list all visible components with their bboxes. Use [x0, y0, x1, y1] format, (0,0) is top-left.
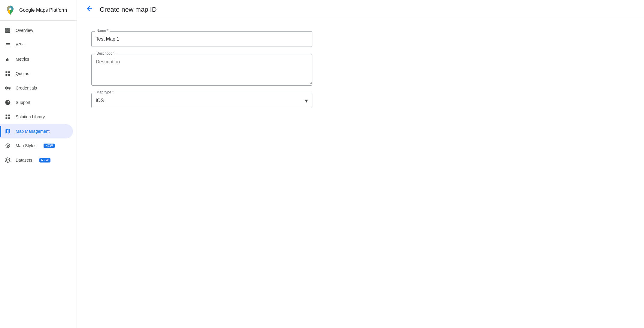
- sidebar-item-overview[interactable]: Overview: [0, 23, 73, 38]
- sidebar-item-apis[interactable]: APIs: [0, 38, 73, 52]
- support-icon: [5, 99, 11, 105]
- sidebar-item-label-solution-library: Solution Library: [16, 114, 45, 119]
- sidebar-title: Google Maps Platform: [19, 7, 67, 14]
- sidebar-nav: Overview APIs Metrics Quotas: [0, 21, 77, 328]
- main-content: Create new map ID Name * Description Map…: [77, 0, 644, 328]
- datasets-badge: NEW: [39, 158, 50, 162]
- description-textarea[interactable]: [92, 54, 312, 84]
- form-area: Name * Description Map type * JavaScript…: [77, 19, 347, 127]
- map-styles-icon: [5, 143, 11, 149]
- map-management-icon: [5, 128, 11, 134]
- name-field: Name *: [91, 31, 333, 47]
- sidebar-item-label-map-styles: Map Styles: [16, 143, 36, 148]
- sidebar-item-label-metrics: Metrics: [16, 57, 29, 62]
- main-header: Create new map ID: [77, 0, 644, 19]
- svg-rect-7: [8, 71, 10, 73]
- sidebar-item-support[interactable]: Support: [0, 95, 73, 110]
- svg-rect-6: [6, 74, 8, 76]
- svg-rect-11: [6, 117, 8, 119]
- svg-rect-5: [6, 71, 8, 73]
- description-label: Description: [95, 51, 116, 56]
- sidebar-item-label-quotas: Quotas: [16, 71, 29, 76]
- solution-library-icon: [5, 114, 11, 120]
- name-label: Name *: [95, 29, 110, 33]
- google-maps-logo: [5, 5, 16, 16]
- sidebar-item-label-apis: APIs: [16, 42, 25, 47]
- name-field-container: Name *: [91, 31, 312, 47]
- map-type-field: Map type * JavaScript Android iOS ▾: [91, 93, 333, 108]
- apis-icon: [5, 42, 11, 48]
- sidebar-header: Google Maps Platform: [0, 0, 77, 21]
- credentials-icon: [5, 85, 11, 91]
- sidebar-item-quotas[interactable]: Quotas: [0, 66, 73, 81]
- quotas-icon: [5, 71, 11, 77]
- sidebar-item-label-overview: Overview: [16, 28, 33, 33]
- sidebar-item-map-management[interactable]: Map Management: [0, 124, 73, 138]
- sidebar-item-label-credentials: Credentials: [16, 86, 37, 90]
- map-type-container: Map type * JavaScript Android iOS ▾: [91, 93, 312, 108]
- svg-rect-12: [8, 117, 10, 119]
- name-input[interactable]: [92, 32, 312, 47]
- map-type-select[interactable]: JavaScript Android iOS: [92, 93, 312, 108]
- sidebar-item-datasets[interactable]: Datasets NEW: [0, 153, 73, 167]
- map-styles-badge: NEW: [44, 144, 55, 148]
- sidebar-item-map-styles[interactable]: Map Styles NEW: [0, 138, 73, 153]
- map-type-label: Map type *: [95, 90, 115, 94]
- svg-rect-10: [8, 115, 10, 117]
- metrics-icon: [5, 56, 11, 62]
- page-title: Create new map ID: [100, 6, 157, 14]
- overview-icon: [5, 27, 11, 33]
- sidebar-item-metrics[interactable]: Metrics: [0, 52, 73, 66]
- datasets-icon: [5, 157, 11, 163]
- svg-rect-9: [6, 115, 8, 117]
- sidebar: Google Maps Platform Overview APIs Metri…: [0, 0, 77, 328]
- back-button[interactable]: [84, 4, 95, 15]
- back-arrow-icon: [86, 5, 93, 14]
- description-field-container: Description: [91, 54, 312, 86]
- sidebar-item-credentials[interactable]: Credentials: [0, 81, 73, 95]
- sidebar-item-label-support: Support: [16, 100, 30, 105]
- description-field: Description: [91, 54, 333, 86]
- sidebar-item-label-map-management: Map Management: [16, 129, 50, 134]
- svg-rect-8: [8, 74, 10, 76]
- sidebar-item-solution-library[interactable]: Solution Library: [0, 110, 73, 124]
- sidebar-item-label-datasets: Datasets: [16, 158, 32, 162]
